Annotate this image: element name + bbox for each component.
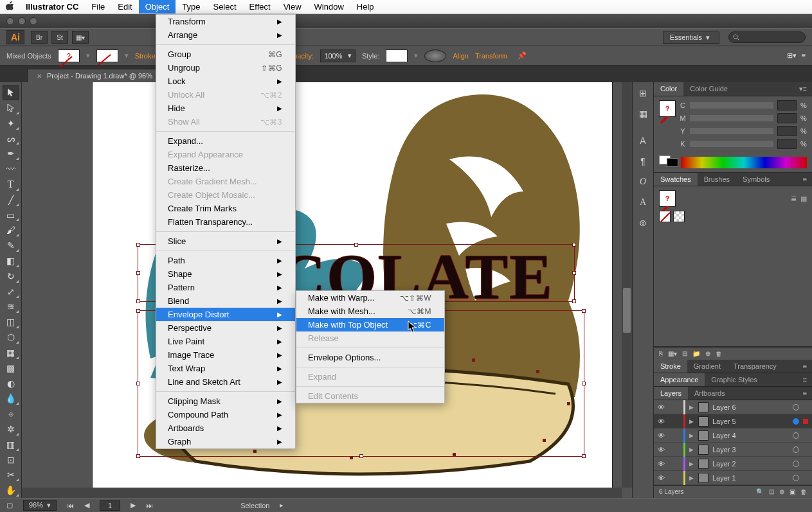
traffic-lights[interactable]	[6, 17, 37, 25]
menu-item[interactable]: Make with Top Object⌥⌘C	[296, 318, 444, 331]
opacity-value[interactable]: 100%▾	[320, 49, 356, 62]
target-icon[interactable]	[793, 446, 799, 453]
pencil-tool[interactable]: ✎	[3, 238, 19, 252]
align-label[interactable]: Align	[453, 52, 468, 60]
tab-transparency[interactable]: Transparency	[727, 360, 783, 373]
panel-menu-icon[interactable]: ▾≡	[794, 82, 812, 96]
menubar-item-select[interactable]: Select	[206, 0, 242, 13]
artboard-nav[interactable]: 1	[100, 500, 120, 511]
panel-menu-icon[interactable]: ≡	[798, 360, 812, 373]
tab-color[interactable]: Color	[654, 82, 683, 96]
value-m[interactable]	[777, 113, 797, 123]
swatch-lib-icon[interactable]: ⎘	[659, 350, 663, 357]
tab-appearance[interactable]: Appearance	[654, 373, 705, 386]
arrange-docs-icon[interactable]: ▦▾	[72, 31, 89, 44]
zoom-field[interactable]: 96%▾	[23, 500, 57, 511]
delete-swatch-icon[interactable]: 🗑	[716, 350, 722, 357]
layer-row[interactable]: 👁▶Layer 5	[654, 414, 812, 428]
control-flyout-icon[interactable]: ≡	[802, 51, 806, 60]
menu-item[interactable]: Transform▶	[156, 15, 295, 28]
tab-brushes[interactable]: Brushes	[698, 173, 736, 186]
scale-tool[interactable]: ⤢	[3, 285, 19, 299]
menu-item[interactable]: Blend▶	[156, 294, 295, 308]
isolate-icon[interactable]: 📌	[518, 51, 527, 60]
tab-stroke[interactable]: Stroke	[654, 360, 687, 373]
perspective-tool[interactable]: ▦	[3, 346, 19, 360]
width-tool[interactable]: ≋	[3, 300, 19, 314]
bw-chip[interactable]	[659, 155, 678, 167]
menu-item[interactable]: Line and Sketch Art▶	[156, 375, 295, 389]
visibility-icon[interactable]: 👁	[658, 446, 667, 454]
selection-tool[interactable]	[3, 85, 19, 100]
magic-wand-tool[interactable]: ✦	[3, 116, 19, 130]
symbol-sprayer-tool[interactable]: ✲	[3, 422, 19, 436]
menu-item[interactable]: Flatten Transparency...	[156, 215, 295, 229]
new-layer-icon[interactable]: ▣	[789, 488, 795, 495]
visibility-icon[interactable]: 👁	[658, 474, 667, 482]
slider-m[interactable]	[690, 115, 773, 121]
target-icon[interactable]	[793, 475, 799, 481]
value-y[interactable]	[777, 126, 797, 136]
slice-tool[interactable]: ✂	[3, 468, 19, 482]
eraser-tool[interactable]: ◧	[3, 254, 19, 268]
layer-row[interactable]: 👁▶Layer 2	[654, 457, 812, 471]
pen-tool[interactable]: ✒	[3, 146, 19, 161]
expand-icon[interactable]: ▶	[689, 446, 694, 453]
menubar-item-effect[interactable]: Effect	[243, 0, 277, 13]
control-menu-icon[interactable]: ⊞▾	[787, 51, 797, 60]
menu-item[interactable]: Arrange▶	[156, 28, 295, 42]
menu-item[interactable]: Create Trim Marks	[156, 202, 295, 215]
tab-layers[interactable]: Layers	[654, 387, 688, 400]
cc-libs-icon[interactable]: ⊚	[635, 215, 651, 231]
rectangle-tool[interactable]: ▭	[3, 208, 19, 222]
direct-selection-tool[interactable]	[3, 101, 19, 115]
paintbrush-tool[interactable]: 🖌	[3, 223, 19, 237]
recolor-icon[interactable]	[424, 49, 446, 62]
visibility-icon[interactable]: 👁	[658, 418, 667, 425]
menubar-item-edit[interactable]: Edit	[111, 0, 138, 13]
menu-item[interactable]: Hide▶	[156, 102, 295, 115]
new-swatch-icon[interactable]: ⊕	[705, 350, 710, 357]
value-c[interactable]	[777, 100, 797, 110]
menubar-item-help[interactable]: Help	[350, 0, 381, 13]
target-icon[interactable]	[793, 404, 799, 410]
menu-item[interactable]: Make with Mesh...⌥⌘M	[296, 305, 444, 318]
slider-y[interactable]	[690, 128, 773, 134]
bridge-icon[interactable]: Br	[31, 31, 48, 44]
swatch-kind-icon[interactable]: ▦▾	[668, 350, 677, 357]
menu-item[interactable]: Slice▶	[156, 234, 295, 248]
visibility-icon[interactable]: 👁	[658, 403, 667, 411]
menu-item[interactable]: Image Trace▶	[156, 348, 295, 362]
graphic-style[interactable]	[386, 49, 408, 62]
make-clip-icon[interactable]: ⊡	[769, 488, 774, 495]
grid-view-icon[interactable]: ▦	[800, 195, 807, 203]
layer-name[interactable]: Layer 6	[712, 403, 789, 411]
tab-symbols[interactable]: Symbols	[736, 173, 776, 186]
layer-row[interactable]: 👁▶Layer 4	[654, 428, 812, 443]
artboard-tool[interactable]: ⊡	[3, 453, 19, 467]
swatch-opts-icon[interactable]: ⊟	[682, 350, 687, 357]
tab-swatches[interactable]: Swatches	[654, 173, 698, 186]
tab-artboards[interactable]: Artboards	[688, 387, 732, 400]
status-menu-icon[interactable]: ▸	[280, 501, 284, 509]
locate-icon[interactable]: 🔍	[756, 488, 764, 495]
menu-item[interactable]: Expand...	[156, 134, 295, 148]
menu-item[interactable]: Artboards▶	[156, 421, 295, 435]
expand-icon[interactable]: ▶	[689, 404, 694, 410]
search-field[interactable]	[728, 31, 806, 43]
artboard-next-icon[interactable]: ▶	[131, 501, 136, 509]
menu-item[interactable]: Path▶	[156, 254, 295, 267]
lasso-tool[interactable]: ᔕ	[3, 132, 19, 146]
new-sublayer-icon[interactable]: ⊕	[779, 488, 784, 495]
eyedropper-tool[interactable]: 💧	[3, 391, 19, 405]
blend-tool[interactable]: ⟐	[3, 407, 19, 421]
fill-stroke-proxy[interactable]	[659, 100, 676, 117]
slider-c[interactable]	[690, 102, 773, 109]
glyphs-icon[interactable]: A	[635, 194, 651, 211]
horizontal-scrollbar[interactable]	[22, 488, 622, 498]
layer-name[interactable]: Layer 3	[712, 446, 789, 454]
expand-icon[interactable]: ▶	[689, 432, 694, 439]
layer-name[interactable]: Layer 2	[712, 460, 789, 468]
panel-menu-icon[interactable]: ≡	[798, 373, 812, 386]
delete-layer-icon[interactable]: 🗑	[800, 488, 807, 495]
